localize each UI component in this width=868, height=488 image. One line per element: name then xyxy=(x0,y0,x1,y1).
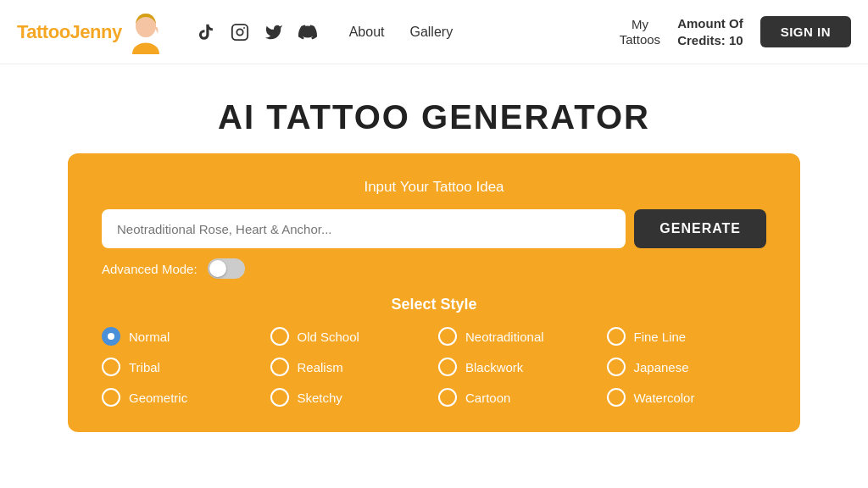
tattoo-input-row: GENERATE xyxy=(102,209,766,248)
main-nav: About Gallery xyxy=(349,25,604,40)
style-option-sketchy[interactable]: Sketchy xyxy=(270,388,431,407)
radio-geometric xyxy=(102,388,120,407)
style-label-geometric: Geometric xyxy=(129,391,187,405)
discord-button[interactable] xyxy=(298,23,317,42)
advanced-mode-label: Advanced Mode: xyxy=(102,262,198,276)
site-header: TattooJenny xyxy=(0,0,868,64)
radio-fine-line xyxy=(607,327,626,346)
style-option-cartoon[interactable]: Cartoon xyxy=(438,388,598,407)
social-nav xyxy=(197,23,317,42)
input-label: Input Your Tattoo Idea xyxy=(102,179,766,196)
radio-cartoon xyxy=(438,388,457,407)
style-label-sketchy: Sketchy xyxy=(298,391,342,405)
radio-blackwork xyxy=(438,358,457,376)
svg-point-3 xyxy=(236,29,242,35)
style-option-geometric[interactable]: Geometric xyxy=(102,388,262,407)
svg-point-4 xyxy=(243,27,245,29)
credits-display: Amount Of Credits: 10 xyxy=(677,15,743,48)
style-label-neotraditional: Neotraditional xyxy=(465,330,544,344)
logo[interactable]: TattooJenny xyxy=(17,10,164,54)
instagram-button[interactable] xyxy=(231,23,249,42)
style-option-fine-line[interactable]: Fine Line xyxy=(607,327,767,346)
radio-watercolor xyxy=(607,388,626,407)
style-label-normal: Normal xyxy=(129,330,170,344)
sign-in-button[interactable]: SIGN IN xyxy=(760,16,851,47)
about-link[interactable]: About xyxy=(349,25,385,40)
gallery-link[interactable]: Gallery xyxy=(409,25,453,40)
radio-normal xyxy=(102,327,120,346)
style-label-japanese: Japanese xyxy=(634,360,689,374)
logo-text: TattooJenny xyxy=(17,21,122,43)
radio-old-school xyxy=(270,327,289,346)
style-label-watercolor: Watercolor xyxy=(634,391,695,405)
tiktok-button[interactable] xyxy=(197,23,215,42)
style-label-cartoon: Cartoon xyxy=(465,391,510,405)
header-right: My Tattoos Amount Of Credits: 10 SIGN IN xyxy=(620,15,851,48)
logo-avatar xyxy=(127,10,164,54)
tattoo-generator-panel: Input Your Tattoo Idea GENERATE Advanced… xyxy=(68,153,800,432)
radio-realism xyxy=(270,358,289,376)
page-title: AI TATTOO GENERATOR xyxy=(0,98,868,136)
style-option-japanese[interactable]: Japanese xyxy=(607,358,767,376)
style-label-fine-line: Fine Line xyxy=(634,330,687,344)
style-option-old-school[interactable]: Old School xyxy=(270,327,431,346)
style-option-realism[interactable]: Realism xyxy=(270,358,431,376)
advanced-mode-row: Advanced Mode: xyxy=(102,258,766,279)
style-label-blackwork: Blackwork xyxy=(465,360,523,374)
style-label-realism: Realism xyxy=(298,360,343,374)
twitter-button[interactable] xyxy=(264,23,283,42)
main-content: AI TATTOO GENERATOR Input Your Tattoo Id… xyxy=(0,64,868,432)
radio-tribal xyxy=(102,358,120,376)
style-option-neotraditional[interactable]: Neotraditional xyxy=(438,327,598,346)
style-label-tribal: Tribal xyxy=(129,360,160,374)
style-label-old-school: Old School xyxy=(298,330,359,344)
my-tattoos-link[interactable]: My Tattoos xyxy=(620,17,660,47)
radio-japanese xyxy=(607,358,626,376)
select-style-label: Select Style xyxy=(102,296,766,313)
style-grid: NormalOld SchoolNeotraditionalFine LineT… xyxy=(102,327,766,407)
svg-rect-2 xyxy=(231,24,247,39)
tattoo-idea-input[interactable] xyxy=(102,209,626,248)
style-option-tribal[interactable]: Tribal xyxy=(102,358,262,376)
radio-neotraditional xyxy=(438,327,457,346)
advanced-mode-toggle[interactable] xyxy=(208,258,245,279)
radio-sketchy xyxy=(270,388,289,407)
style-option-watercolor[interactable]: Watercolor xyxy=(607,388,767,407)
page-title-section: AI TATTOO GENERATOR xyxy=(0,64,868,153)
style-option-normal[interactable]: Normal xyxy=(102,327,262,346)
generate-button[interactable]: GENERATE xyxy=(634,209,766,248)
style-option-blackwork[interactable]: Blackwork xyxy=(438,358,598,376)
